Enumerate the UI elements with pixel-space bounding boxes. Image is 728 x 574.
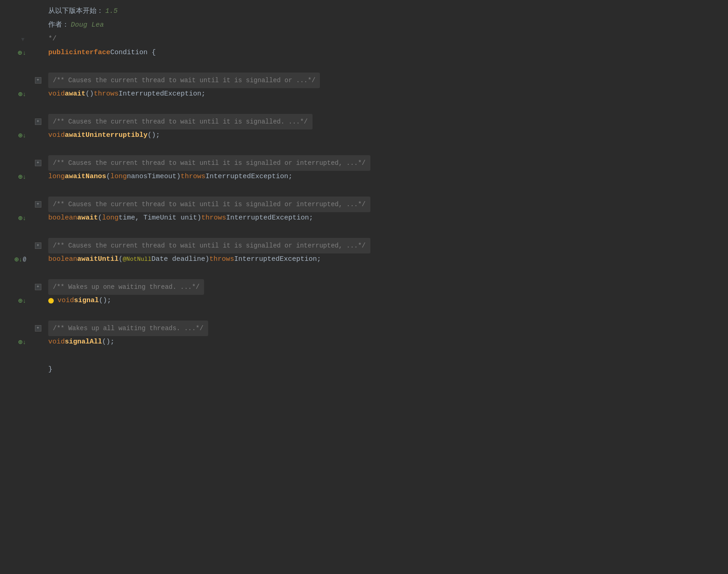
kw-long-2: long (110, 170, 127, 184)
version-label: 从以下版本开始： (48, 5, 103, 18)
kw-void-4: void (48, 335, 65, 349)
gutter: ▾ ⊕ ↓ ⊕ ↓ ⊕ ↓ ⊕ ↓ (0, 5, 30, 574)
method4-sig: boolean await ( long time, TimeUnit unit… (48, 211, 728, 225)
awaitUntil-params: Date deadline) (151, 253, 209, 266)
method-awaitUntil: awaitUntil (77, 253, 119, 266)
empty-8 (48, 349, 728, 363)
gutter-arrow-6: ↓ (19, 256, 23, 263)
fold-btn-7[interactable]: + (35, 325, 41, 332)
fold-btn-6[interactable]: + (35, 284, 41, 290)
awaitUntil-exception: InterruptedException; (234, 253, 321, 266)
method7-comment: /** Wakes up all waiting threads. ...*/ (48, 321, 728, 335)
gutter-icon-4: ⊕ (18, 172, 23, 181)
kw-throws-4: throws (210, 253, 234, 266)
method3-comment: /** Causes the current thread to wait un… (48, 156, 728, 170)
method1-sig: void await () throws InterruptedExceptio… (48, 87, 728, 101)
gutter-icon-1: ⊕ (18, 48, 23, 57)
author-value: Doug Lea (71, 18, 104, 32)
gutter-arrow-7: ↓ (23, 298, 26, 304)
method6-sig: void signal (); (48, 294, 728, 308)
fold-btn-2[interactable]: + (35, 118, 41, 125)
interface-name: Condition { (110, 46, 156, 60)
method2-sig: void awaitUninterruptibly (); (48, 129, 728, 142)
author-label: 作者： (48, 18, 69, 32)
comment-close-line: */ (48, 32, 728, 46)
closing-brace: } (48, 363, 52, 377)
await-params: () (85, 87, 94, 101)
awaitNanos-params: nanosTimeout) (127, 170, 181, 184)
await2-exception: InterruptedException; (226, 211, 313, 225)
editor-container: ▾ ⊕ ↓ ⊕ ↓ ⊕ ↓ ⊕ ↓ (0, 0, 728, 574)
gutter-icon-3: ⊕ (18, 131, 23, 140)
header-author-line: 作者： Doug Lea (48, 18, 728, 32)
kw-throws-3: throws (201, 211, 226, 225)
empty-3 (48, 142, 728, 156)
awaitNanos-paren1: ( (106, 170, 110, 184)
method5-sig: boolean awaitUntil ( @NotNull Date deadl… (48, 253, 728, 266)
gutter-icon-5: ⊕ (18, 214, 23, 223)
awaitUninterruptibly-params: (); (148, 129, 160, 142)
interface-decl-line: public interface Condition { (48, 46, 728, 60)
code-area: 从以下版本开始： 1.5 作者： Doug Lea */ public inte… (46, 5, 728, 574)
kw-long-1: long (48, 170, 65, 184)
annotation-notnull: @NotNull (123, 253, 151, 266)
signalAll-params: (); (102, 335, 114, 349)
awaitUntil-paren1: ( (119, 253, 123, 266)
method6-comment-text: /** Wakes up one waiting thread. ...*/ (48, 279, 204, 295)
method-await2: await (77, 211, 98, 225)
kw-void-3: void (57, 294, 74, 308)
kw-interface: interface (73, 46, 110, 60)
gutter-arrow-1: ↓ (23, 50, 26, 56)
method-await: await (65, 87, 85, 101)
gutter-arrow-2: ↓ (23, 91, 26, 98)
method7-comment-text: /** Wakes up all waiting threads. ...*/ (48, 321, 208, 336)
await2-paren1: ( (98, 211, 102, 225)
fold-btn-5[interactable]: + (35, 242, 41, 249)
kw-void-1: void (48, 87, 65, 101)
kw-void-2: void (48, 129, 65, 142)
await-exception: InterruptedException; (119, 87, 205, 101)
method3-sig: long awaitNanos ( long nanosTimeout) thr… (48, 170, 728, 184)
empty-4 (48, 184, 728, 197)
method5-comment: /** Causes the current thread to wait un… (48, 239, 728, 253)
empty-6 (48, 266, 728, 280)
gutter-arrow-5: ↓ (23, 215, 26, 222)
empty-1 (48, 60, 728, 73)
signal-params: (); (99, 294, 111, 308)
header-version-line: 从以下版本开始： 1.5 (48, 5, 728, 18)
gutter-icon-8: ⊕ (18, 338, 23, 347)
method-awaitUninterruptibly: awaitUninterruptibly (65, 129, 148, 142)
kw-boolean-2: boolean (48, 253, 77, 266)
gutter-arrow-8: ↓ (23, 339, 26, 346)
method6-comment: /** Wakes up one waiting thread. ...*/ (48, 280, 728, 294)
kw-throws-2: throws (181, 170, 205, 184)
fold-btn-1[interactable]: + (35, 77, 41, 84)
method5-comment-text: /** Causes the current thread to wait un… (48, 238, 370, 253)
method4-comment-text: /** Causes the current thread to wait un… (48, 197, 370, 212)
fold-btn-3[interactable]: + (35, 160, 41, 166)
method3-comment-text: /** Causes the current thread to wait un… (48, 155, 370, 171)
kw-public: public (48, 46, 73, 60)
fold-column: + + + + + + + (30, 5, 46, 574)
method2-comment-text: /** Causes the current thread to wait un… (48, 114, 313, 129)
fold-btn-4[interactable]: + (35, 201, 41, 208)
gutter-arrow-3: ↓ (23, 132, 26, 139)
method1-comment: /** Causes the current thread to wait un… (48, 73, 728, 87)
awaitNanos-exception: InterruptedException; (205, 170, 292, 184)
gutter-arrow-4: ↓ (23, 174, 26, 180)
method-signalAll: signalAll (65, 335, 102, 349)
method4-comment: /** Causes the current thread to wait un… (48, 197, 728, 211)
method-awaitNanos: awaitNanos (65, 170, 106, 184)
empty-2 (48, 101, 728, 115)
closing-brace-line: } (48, 363, 728, 377)
method1-comment-text: /** Causes the current thread to wait un… (48, 73, 320, 88)
gutter-icon-6: ⊕ (14, 255, 19, 264)
method-signal: signal (74, 294, 99, 308)
collapse-icon[interactable]: ▾ (20, 34, 25, 44)
method7-sig: void signalAll (); (48, 335, 728, 349)
method2-comment: /** Causes the current thread to wait un… (48, 115, 728, 129)
await2-params: time, TimeUnit unit) (119, 211, 201, 225)
empty-7 (48, 308, 728, 321)
comment-close: */ (48, 32, 57, 46)
version-value: 1.5 (105, 5, 118, 18)
